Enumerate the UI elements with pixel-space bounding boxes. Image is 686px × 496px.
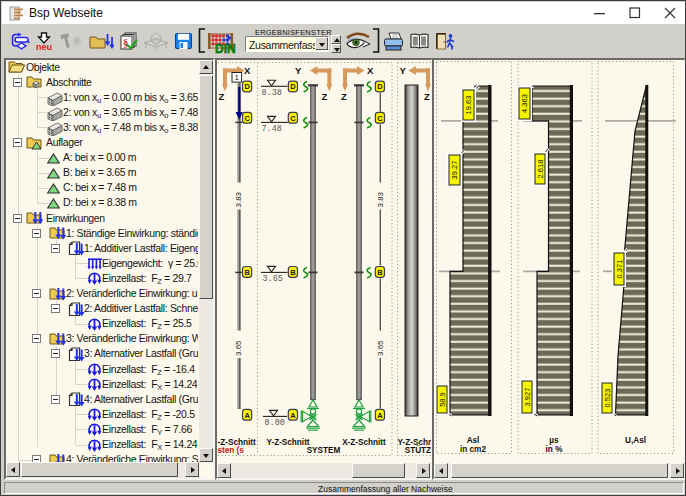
svg-text:7.48: 7.48 — [262, 124, 282, 134]
svg-text:sten (s: sten (s — [218, 446, 245, 455]
svg-text:0.523: 0.523 — [603, 389, 612, 408]
svg-text:STÜTZEN: STÜTZEN — [405, 445, 431, 455]
svg-text:A: A — [244, 411, 250, 420]
svg-text:58.9: 58.9 — [438, 392, 447, 407]
svg-text:X-Z-Schnitt: X-Z-Schnitt — [342, 438, 386, 447]
svg-text:C: C — [244, 114, 250, 123]
svg-text:D: D — [244, 82, 250, 91]
svg-text:U,Asl: U,Asl — [625, 436, 646, 445]
svg-text:39.27: 39.27 — [450, 161, 459, 180]
svg-text:D: D — [290, 82, 296, 91]
svg-text:2.618: 2.618 — [536, 160, 545, 179]
svg-text:Z: Z — [424, 91, 430, 102]
svg-text:3.65: 3.65 — [376, 340, 385, 356]
svg-text:1: 1 — [235, 73, 240, 82]
svg-text:B: B — [290, 268, 296, 277]
svg-text:4.363: 4.363 — [520, 94, 529, 113]
svg-text:D: D — [377, 82, 383, 91]
svg-text:Z: Z — [322, 91, 328, 102]
svg-text:A: A — [377, 411, 383, 420]
svg-text:Y-Z-Schnitt: Y-Z-Schnitt — [266, 438, 309, 447]
svg-text:Y: Y — [400, 65, 407, 76]
svg-text:0.00: 0.00 — [265, 418, 285, 428]
svg-text:X: X — [367, 65, 374, 76]
svg-text:A: A — [290, 411, 296, 420]
svg-text:C: C — [290, 114, 296, 123]
svg-text:B: B — [377, 268, 383, 277]
svg-text:DIN: DIN — [215, 42, 236, 54]
svg-text:C: C — [377, 114, 383, 123]
svg-text:B: B — [244, 268, 250, 277]
svg-text:19.63: 19.63 — [464, 96, 473, 115]
svg-text:in cm2: in cm2 — [460, 445, 486, 454]
svg-text:SYSTEM: SYSTEM — [307, 446, 341, 455]
svg-text:3.83: 3.83 — [234, 191, 243, 207]
svg-text:3.65: 3.65 — [234, 340, 243, 356]
svg-text:X: X — [244, 65, 251, 76]
svg-text:in %: in % — [546, 445, 564, 454]
svg-text:Y: Y — [295, 65, 302, 76]
svg-text:neu: neu — [36, 42, 52, 52]
svg-text:3.65: 3.65 — [263, 274, 283, 284]
svg-text:3.927: 3.927 — [523, 388, 532, 407]
svg-text:3.83: 3.83 — [376, 191, 385, 207]
svg-text:0.371: 0.371 — [615, 260, 624, 279]
svg-text:Z: Z — [219, 91, 225, 102]
svg-text:Z: Z — [341, 91, 347, 102]
svg-text:8.38: 8.38 — [262, 88, 282, 98]
